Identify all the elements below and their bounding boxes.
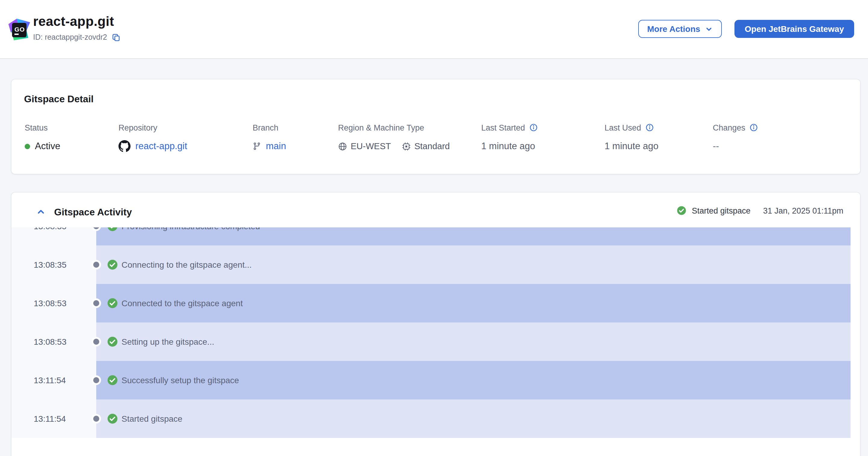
status-value: Active <box>35 141 60 152</box>
info-icon[interactable] <box>749 123 758 132</box>
last-started-value: 1 minute ago <box>481 140 604 153</box>
region-machine-label: Region & Machine Type <box>338 123 481 132</box>
changes-value: -- <box>713 140 848 153</box>
log-row-stripe: Connected to the gitspace agent <box>96 284 850 323</box>
check-circle-icon <box>107 227 118 232</box>
log-message: Setting up the gitspace... <box>122 337 214 346</box>
field-repository: Repository react-app.git <box>119 123 253 153</box>
git-branch-icon <box>253 142 261 150</box>
field-last-started: Last Started 1 minute ago <box>481 123 604 153</box>
log-marker-dot <box>91 260 101 270</box>
info-icon[interactable] <box>645 123 654 132</box>
activity-card-title: Gitspace Activity <box>54 207 132 218</box>
log-row-stripe: Connecting to the gitspace agent... <box>96 245 850 284</box>
log-row: 13:08:53 Setting up the gitspace... <box>11 323 860 361</box>
gitspace-id: ID: reactappgit-zovdr2 <box>33 33 107 41</box>
gitspace-id-row: ID: reactappgit-zovdr2 <box>33 33 120 41</box>
field-last-used: Last Used 1 minute ago <box>604 123 713 153</box>
check-circle-icon <box>107 298 118 309</box>
field-changes: Changes -- <box>713 123 848 153</box>
status-active-dot <box>25 144 30 149</box>
activity-log-viewport[interactable]: 13:08:35 Provisioning infrastructure com… <box>11 227 860 438</box>
log-message: Started gitspace <box>122 414 182 424</box>
activity-latest-status: Started gitspace 31 Jan, 2025 01:11pm <box>677 206 843 215</box>
gitspace-activity-card: Gitspace Activity Started gitspace 31 Ja… <box>11 192 860 456</box>
field-status: Status Active <box>25 123 119 153</box>
log-timestamp: 13:08:53 <box>11 284 96 323</box>
gitspace-detail-card: Gitspace Detail Status Active Repository <box>11 80 860 174</box>
more-actions-label: More Actions <box>647 24 700 34</box>
log-marker-dot <box>91 375 101 385</box>
detail-fields-row: Status Active Repository react-app.git <box>25 123 848 153</box>
check-circle-icon <box>107 375 118 386</box>
copy-icon[interactable] <box>112 33 120 41</box>
top-header-bar: GO react-app.git ID: reactappgit-zovdr2 … <box>0 0 868 59</box>
globe-icon <box>338 142 347 151</box>
repository-label: Repository <box>119 123 253 132</box>
log-row: 13:11:54 Started gitspace <box>11 399 860 438</box>
field-region-machine: Region & Machine Type EU-WEST <box>338 123 481 153</box>
chevron-up-icon[interactable] <box>36 207 46 217</box>
branch-label: Branch <box>253 123 338 132</box>
chevron-down-icon <box>705 25 713 33</box>
log-marker-dot <box>91 298 101 308</box>
page: GO react-app.git ID: reactappgit-zovdr2 … <box>0 0 868 456</box>
more-actions-button[interactable]: More Actions <box>638 20 722 38</box>
log-marker-dot <box>91 337 101 346</box>
log-message: Connecting to the gitspace agent... <box>122 260 252 270</box>
log-timestamp: 13:08:53 <box>11 323 96 361</box>
changes-label: Changes <box>713 123 745 132</box>
check-circle-icon <box>107 413 118 424</box>
activity-header: Gitspace Activity Started gitspace 31 Ja… <box>11 201 860 224</box>
header-actions: More Actions Open JetBrains Gateway <box>638 20 854 38</box>
repository-link[interactable]: react-app.git <box>135 141 187 152</box>
log-message: Provisioning infrastructure completed <box>122 227 260 231</box>
machine-type-value: Standard <box>414 141 450 151</box>
detail-card-title: Gitspace Detail <box>24 94 94 105</box>
activity-log-list: 13:08:35 Provisioning infrastructure com… <box>11 227 860 438</box>
open-jetbrains-gateway-button[interactable]: Open JetBrains Gateway <box>735 20 854 38</box>
log-timestamp: 13:08:35 <box>11 245 96 284</box>
latest-status-timestamp: 31 Jan, 2025 01:11pm <box>763 206 843 215</box>
log-message: Successfully setup the gitspace <box>122 375 239 385</box>
log-row-stripe: Successfully setup the gitspace <box>96 361 850 399</box>
branch-link[interactable]: main <box>266 141 286 152</box>
last-started-label: Last Started <box>481 123 525 132</box>
log-marker-dot <box>91 414 101 424</box>
check-circle-icon <box>677 206 686 215</box>
last-used-value: 1 minute ago <box>604 140 713 153</box>
check-circle-icon <box>107 336 118 347</box>
log-message: Connected to the gitspace agent <box>122 298 243 308</box>
info-icon[interactable] <box>529 123 538 132</box>
log-row: 13:08:35 Provisioning infrastructure com… <box>11 227 860 245</box>
github-icon <box>119 140 130 152</box>
last-used-label: Last Used <box>604 123 641 132</box>
title-block: react-app.git ID: reactappgit-zovdr2 <box>33 14 120 41</box>
log-timestamp: 13:08:35 <box>11 227 96 245</box>
log-timestamp: 13:11:54 <box>11 361 96 399</box>
log-row-stripe: Setting up the gitspace... <box>96 323 850 361</box>
region-value: EU-WEST <box>351 141 391 151</box>
log-row: 13:11:54 Successfully setup the gitspace <box>11 361 860 399</box>
open-gateway-label: Open JetBrains Gateway <box>745 24 844 34</box>
check-circle-icon <box>107 259 118 270</box>
status-label: Status <box>25 123 119 132</box>
page-title: react-app.git <box>33 14 120 29</box>
field-branch: Branch main <box>253 123 338 153</box>
machine-type-icon <box>402 142 411 151</box>
log-timestamp: 13:11:54 <box>11 399 96 438</box>
svg-text:GO: GO <box>14 26 25 33</box>
log-row: 13:08:35 Connecting to the gitspace agen… <box>11 245 860 284</box>
goland-logo-icon: GO <box>8 18 31 41</box>
log-row-stripe: Provisioning infrastructure completed <box>96 227 850 245</box>
log-row-stripe: Started gitspace <box>96 399 850 438</box>
log-row: 13:08:53 Connected to the gitspace agent <box>11 284 860 323</box>
latest-status-text: Started gitspace <box>692 206 750 215</box>
